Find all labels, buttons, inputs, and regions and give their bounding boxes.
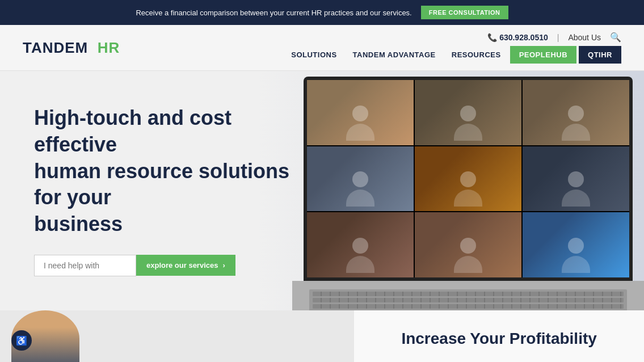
laptop-base bbox=[292, 281, 644, 310]
video-cell-9 bbox=[523, 212, 629, 277]
header-right: 📞 630.928.0510 | About Us 🔍 SOLUTIONS TA… bbox=[284, 32, 621, 64]
keyboard-row-3 bbox=[313, 304, 624, 309]
video-grid bbox=[307, 80, 629, 277]
search-icon[interactable]: 🔍 bbox=[610, 32, 621, 43]
laptop-keyboard bbox=[309, 289, 627, 310]
video-cell-5 bbox=[415, 146, 521, 212]
logo-hr: HR bbox=[98, 39, 120, 56]
laptop-screen bbox=[304, 77, 633, 281]
header-top-links: 📞 630.928.0510 | About Us 🔍 bbox=[487, 32, 621, 43]
phone-number[interactable]: 📞 630.928.0510 bbox=[487, 33, 548, 42]
hero-heading-line2: human resource solutions for your bbox=[34, 159, 289, 209]
logo[interactable]: TANDEM HR bbox=[23, 39, 120, 57]
nav-tandem-advantage[interactable]: TANDEM ADVANTAGE bbox=[346, 47, 443, 62]
hero-heading-line3: business bbox=[34, 212, 123, 235]
about-us-link[interactable]: About Us bbox=[568, 33, 601, 42]
video-cell-3 bbox=[523, 80, 629, 145]
header: TANDEM HR 📞 630.928.0510 | About Us 🔍 SO… bbox=[0, 25, 644, 71]
nav-resources[interactable]: RESOURCES bbox=[445, 47, 508, 62]
video-cell-2 bbox=[415, 80, 521, 145]
bottom-section: Increase Your Profitability bbox=[0, 310, 644, 362]
logo-text: TANDEM HR bbox=[23, 39, 120, 57]
bottom-left-image bbox=[0, 310, 354, 362]
video-cell-6 bbox=[523, 146, 629, 212]
qtihr-button[interactable]: QTIHR bbox=[579, 46, 621, 64]
hero-heading-line1: High-touch and cost effective bbox=[34, 106, 231, 156]
accessibility-button[interactable]: ♿ bbox=[11, 330, 32, 351]
explore-button[interactable]: explore our services › bbox=[136, 255, 235, 276]
hero-heading: High-touch and cost effective human reso… bbox=[34, 105, 306, 238]
video-cell-8 bbox=[415, 212, 521, 277]
laptop-mockup bbox=[292, 77, 644, 310]
hero-image bbox=[292, 77, 644, 310]
keyboard-row-2 bbox=[313, 298, 624, 302]
nav-solutions[interactable]: SOLUTIONS bbox=[284, 47, 343, 62]
hero-cta-row: explore our services › bbox=[34, 255, 306, 276]
top-banner: Receive a financial comparison between y… bbox=[0, 0, 644, 25]
help-input[interactable] bbox=[34, 255, 136, 276]
hero-content: High-touch and cost effective human reso… bbox=[0, 71, 340, 310]
hero-section: High-touch and cost effective human reso… bbox=[0, 71, 644, 310]
keyboard-row-1 bbox=[313, 292, 624, 296]
increase-profitability-heading: Increase Your Profitability bbox=[401, 330, 596, 348]
bottom-right-content: Increase Your Profitability bbox=[354, 310, 644, 362]
chevron-right-icon: › bbox=[222, 261, 225, 270]
peoplehub-button[interactable]: PeopleHub bbox=[510, 46, 576, 64]
logo-tandem: TANDEM bbox=[23, 39, 88, 56]
phone-text: 630.928.0510 bbox=[499, 33, 548, 42]
phone-icon: 📞 bbox=[487, 33, 497, 42]
nav-menu: SOLUTIONS TANDEM ADVANTAGE RESOURCES Peo… bbox=[284, 46, 621, 64]
separator: | bbox=[557, 33, 559, 42]
free-consultation-button[interactable]: FREE CONSULTATION bbox=[421, 6, 508, 19]
explore-label: explore our services bbox=[146, 261, 218, 270]
banner-message: Receive a financial comparison between y… bbox=[136, 9, 411, 17]
